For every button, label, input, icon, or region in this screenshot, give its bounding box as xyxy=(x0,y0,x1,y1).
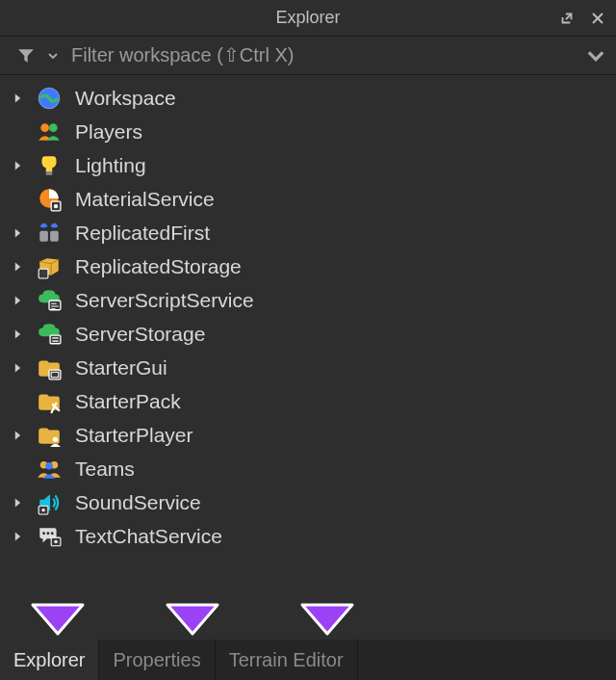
chevron-down-icon[interactable] xyxy=(48,51,58,61)
svg-point-17 xyxy=(53,436,58,441)
chevron-right-icon xyxy=(13,430,22,441)
chevron-right-icon xyxy=(13,328,22,340)
chevron-right-icon xyxy=(13,295,22,306)
starterplayer-icon xyxy=(37,423,62,448)
startergui-icon xyxy=(37,355,62,380)
tree-item-materialservice[interactable]: MaterialService xyxy=(0,182,616,216)
expand-toggle[interactable] xyxy=(13,148,37,182)
teams-icon xyxy=(37,457,62,482)
tree-item-label: ReplicatedStorage xyxy=(75,255,242,278)
undock-button[interactable] xyxy=(556,8,578,29)
chevron-right-icon xyxy=(13,227,22,239)
tree-item-serverstorage[interactable]: ServerStorage xyxy=(0,317,616,351)
tab-properties[interactable]: Properties xyxy=(99,640,215,680)
material-icon xyxy=(37,187,62,212)
expand-toggle[interactable] xyxy=(13,81,37,115)
chevron-right-icon xyxy=(13,261,22,273)
tree-item-label: StarterGui xyxy=(75,356,167,379)
expand-toggle[interactable] xyxy=(13,485,37,519)
players-icon xyxy=(37,119,62,144)
annotation-arrows xyxy=(0,599,616,638)
expand-toggle[interactable] xyxy=(13,283,37,317)
expand-toggle xyxy=(13,452,37,485)
panel-title: Explorer xyxy=(275,8,340,28)
chevron-right-icon xyxy=(13,92,22,104)
expand-toggle[interactable] xyxy=(13,317,37,351)
filter-input[interactable] xyxy=(71,44,574,66)
starterpack-icon xyxy=(37,389,62,414)
close-button[interactable] xyxy=(587,8,608,29)
purple-arrow-icon xyxy=(164,599,221,638)
replicatedfirst-icon xyxy=(37,221,62,246)
expand-toggle xyxy=(13,182,37,216)
tree-item-starterplayer[interactable]: StarterPlayer xyxy=(0,418,616,452)
svg-rect-8 xyxy=(39,230,48,241)
titlebar: Explorer xyxy=(0,0,616,37)
svg-point-23 xyxy=(42,532,45,535)
tree-item-label: Players xyxy=(75,120,142,144)
filter-icon xyxy=(17,47,35,65)
expand-toggle[interactable] xyxy=(13,249,37,283)
svg-rect-9 xyxy=(50,230,59,241)
expand-toggle[interactable] xyxy=(13,519,37,553)
svg-point-24 xyxy=(47,532,50,535)
purple-arrow-icon xyxy=(29,599,87,638)
expand-toggle xyxy=(13,384,37,418)
svg-rect-10 xyxy=(38,269,48,278)
svg-point-3 xyxy=(49,123,58,132)
tab-terrain-editor[interactable]: Terrain Editor xyxy=(216,640,358,680)
svg-rect-14 xyxy=(52,340,59,341)
expand-toggle[interactable] xyxy=(13,418,37,452)
tree-item-soundservice[interactable]: SoundService xyxy=(0,485,616,519)
tree-item-players[interactable]: Players xyxy=(0,115,616,148)
textchat-icon xyxy=(37,524,62,549)
close-icon xyxy=(590,11,605,26)
tree-item-startergui[interactable]: StarterGui xyxy=(0,351,616,384)
tree-item-starterpack[interactable]: StarterPack xyxy=(0,384,616,418)
tree-item-label: Workspace xyxy=(75,87,176,110)
chevron-right-icon xyxy=(13,497,22,509)
svg-rect-13 xyxy=(52,337,59,338)
chevron-right-icon xyxy=(13,362,22,374)
svg-point-7 xyxy=(54,203,58,207)
expand-toggle xyxy=(13,115,37,148)
svg-rect-4 xyxy=(46,171,53,174)
tree-item-label: StarterPack xyxy=(75,390,181,413)
tree-item-lighting[interactable]: Lighting xyxy=(0,148,616,182)
tree-item-label: ServerStorage xyxy=(75,323,205,346)
tree-item-label: Lighting xyxy=(75,154,146,177)
svg-point-25 xyxy=(51,532,54,535)
purple-arrow-icon xyxy=(298,599,356,638)
tree-item-teams[interactable]: Teams xyxy=(0,452,616,485)
tree-item-replicatedfirst[interactable]: ReplicatedFirst xyxy=(0,216,616,249)
tree-item-label: MaterialService xyxy=(75,188,215,211)
lighting-icon xyxy=(37,153,62,178)
filter-row xyxy=(0,37,616,75)
tree-item-label: ServerScriptService xyxy=(75,289,254,312)
tree-item-serverscriptservice[interactable]: ServerScriptService xyxy=(0,283,616,317)
tree-item-textchatservice[interactable]: TextChatService xyxy=(0,519,616,553)
serverstorage-icon xyxy=(37,322,62,347)
tree-item-label: ReplicatedFirst xyxy=(75,222,210,245)
tree-item-workspace[interactable]: Workspace xyxy=(0,81,616,115)
chevron-right-icon xyxy=(13,160,22,171)
serverscript-icon xyxy=(37,288,62,313)
expand-toggle[interactable] xyxy=(13,216,37,249)
tree-item-label: TextChatService xyxy=(75,525,222,548)
tab-explorer[interactable]: Explorer xyxy=(0,640,99,680)
workspace-icon xyxy=(37,86,62,111)
tree-item-replicatedstorage[interactable]: ReplicatedStorage xyxy=(0,249,616,283)
tree-view[interactable]: WorkspacePlayersLightingMaterialServiceR… xyxy=(0,75,616,599)
undock-icon xyxy=(558,10,576,27)
tree-item-label: StarterPlayer xyxy=(75,424,193,447)
svg-point-20 xyxy=(45,461,53,469)
svg-rect-12 xyxy=(50,335,61,344)
filter-menu-icon[interactable] xyxy=(587,47,604,65)
expand-toggle[interactable] xyxy=(13,351,37,384)
svg-point-2 xyxy=(40,123,49,132)
sound-icon xyxy=(37,490,62,515)
tree-item-label: Teams xyxy=(75,458,135,481)
bottom-tabs: ExplorerPropertiesTerrain Editor xyxy=(0,640,616,680)
tree-item-label: SoundService xyxy=(75,491,201,514)
svg-point-22 xyxy=(41,508,44,510)
